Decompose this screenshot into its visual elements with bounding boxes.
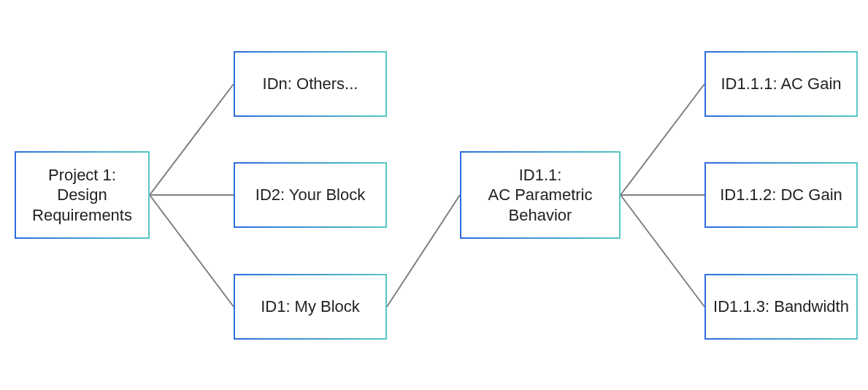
edge-id1_1-id1_1_1: [621, 84, 704, 195]
node-idn-label: IDn: Others...: [263, 74, 358, 94]
node-id1-1-2-label: ID1.1.2: DC Gain: [720, 185, 842, 205]
node-root-label: Project 1: Design Requirements: [32, 165, 132, 226]
node-id1-1: ID1.1: AC Parametric Behavior: [460, 151, 621, 239]
node-id2-label: ID2: Your Block: [256, 185, 365, 205]
edge-id1_1-id1_1_3: [621, 195, 704, 307]
edge-id1-id1_1: [387, 195, 460, 307]
diagram-canvas: Project 1: Design Requirements IDn: Othe…: [0, 0, 868, 390]
edge-root-id1: [150, 195, 234, 307]
node-id1-1-3: ID1.1.3: Bandwidth: [704, 274, 858, 340]
node-id1-1-label: ID1.1: AC Parametric Behavior: [488, 165, 592, 226]
node-id2: ID2: Your Block: [234, 162, 387, 228]
node-id1-label: ID1: My Block: [261, 297, 360, 317]
node-id1-1-2: ID1.1.2: DC Gain: [704, 162, 858, 228]
node-idn: IDn: Others...: [234, 51, 387, 117]
node-root: Project 1: Design Requirements: [15, 151, 150, 239]
edge-root-idn: [150, 84, 234, 195]
node-id1-1-1-label: ID1.1.1: AC Gain: [721, 74, 841, 94]
node-id1: ID1: My Block: [234, 274, 387, 340]
node-id1-1-3-label: ID1.1.3: Bandwidth: [713, 297, 849, 317]
node-id1-1-1: ID1.1.1: AC Gain: [704, 51, 858, 117]
